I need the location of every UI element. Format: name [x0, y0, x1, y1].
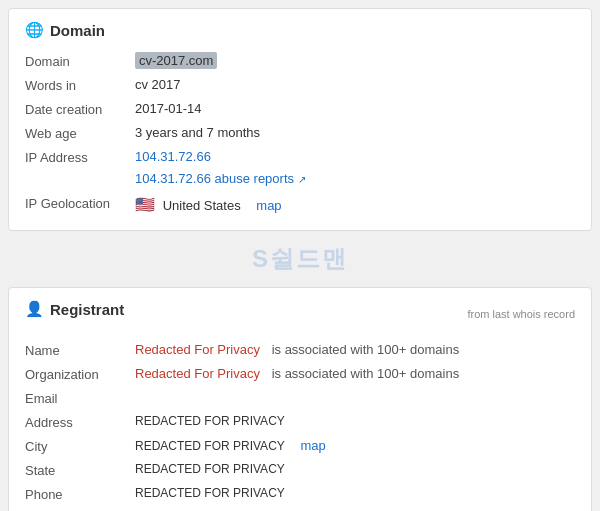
org-associated: is associated with 100+ domains	[272, 366, 460, 381]
city-value: REDACTED FOR PRIVACY map	[135, 438, 575, 453]
name-redacted-link[interactable]: Redacted For Privacy	[135, 342, 260, 357]
org-value: Redacted For Privacy is associated with …	[135, 366, 575, 381]
city-row: City REDACTED FOR PRIVACY map	[25, 434, 575, 458]
address-value: REDACTED FOR PRIVACY	[135, 414, 575, 428]
state-row: State REDACTED FOR PRIVACY	[25, 458, 575, 482]
email-row: Email	[25, 386, 575, 410]
phone-row: Phone REDACTED FOR PRIVACY	[25, 482, 575, 506]
ip-address-link[interactable]: 104.31.72.66	[135, 149, 211, 164]
external-icon: ↗	[298, 174, 306, 185]
ip-geo-label: IP Geolocation	[25, 195, 135, 211]
name-label: Name	[25, 342, 135, 358]
state-value: REDACTED FOR PRIVACY	[135, 462, 575, 476]
globe-icon: 🌐	[25, 21, 44, 39]
abuse-label	[25, 171, 135, 172]
registrant-header: 👤 Registrant from last whois record	[25, 300, 575, 328]
domain-section-title: 🌐 Domain	[25, 21, 575, 39]
ip-address-row: IP Address 104.31.72.66	[25, 145, 575, 169]
name-associated: is associated with 100+ domains	[272, 342, 460, 357]
org-redacted-link[interactable]: Redacted For Privacy	[135, 366, 260, 381]
domain-label: Domain	[25, 53, 135, 69]
registrant-section-title: 👤 Registrant	[25, 300, 124, 318]
domain-card: 🌐 Domain Domain cv-2017.com Words in cv …	[8, 8, 592, 231]
watermark-1-container: S쉴드맨	[0, 239, 600, 279]
address-row: Address REDACTED FOR PRIVACY	[25, 410, 575, 434]
phone-value: REDACTED FOR PRIVACY	[135, 486, 575, 500]
fax-row: Fax REDACTED FOR PRIVACY	[25, 506, 575, 511]
geo-map-link[interactable]: map	[256, 198, 281, 213]
web-age-row: Web age 3 years and 7 months	[25, 121, 575, 145]
city-map-link[interactable]: map	[300, 438, 325, 453]
domain-value: cv-2017.com	[135, 53, 575, 68]
domain-highlight: cv-2017.com	[135, 52, 217, 69]
phone-label: Phone	[25, 486, 135, 502]
web-age-value: 3 years and 7 months	[135, 125, 575, 140]
domain-row: Domain cv-2017.com	[25, 49, 575, 73]
date-creation-value: 2017-01-14	[135, 101, 575, 116]
abuse-link[interactable]: 104.31.72.66 abuse reports	[135, 171, 294, 186]
us-flag-icon: 🇺🇸	[135, 196, 155, 213]
city-redacted: REDACTED FOR PRIVACY	[135, 439, 285, 453]
name-row: Name Redacted For Privacy is associated …	[25, 338, 575, 362]
from-record-text: from last whois record	[467, 308, 575, 320]
date-creation-row: Date creation 2017-01-14	[25, 97, 575, 121]
ip-geo-value: 🇺🇸 United States map	[135, 195, 575, 214]
words-in-row: Words in cv 2017	[25, 73, 575, 97]
state-label: State	[25, 462, 135, 478]
registrant-card: 👤 Registrant from last whois record Name…	[8, 287, 592, 511]
org-label: Organization	[25, 366, 135, 382]
country-name: United States	[163, 198, 241, 213]
email-label: Email	[25, 390, 135, 406]
name-value: Redacted For Privacy is associated with …	[135, 342, 575, 357]
web-age-label: Web age	[25, 125, 135, 141]
ip-address-value: 104.31.72.66	[135, 149, 575, 164]
date-creation-label: Date creation	[25, 101, 135, 117]
city-label: City	[25, 438, 135, 454]
abuse-value: 104.31.72.66 abuse reports ↗	[135, 171, 575, 186]
words-in-label: Words in	[25, 77, 135, 93]
ip-geo-row: IP Geolocation 🇺🇸 United States map	[25, 191, 575, 218]
person-icon: 👤	[25, 300, 44, 318]
ip-address-label: IP Address	[25, 149, 135, 165]
address-label: Address	[25, 414, 135, 430]
words-in-value: cv 2017	[135, 77, 575, 92]
abuse-row: 104.31.72.66 abuse reports ↗	[25, 169, 575, 191]
org-row: Organization Redacted For Privacy is ass…	[25, 362, 575, 386]
watermark-1-text: S쉴드맨	[252, 245, 348, 272]
